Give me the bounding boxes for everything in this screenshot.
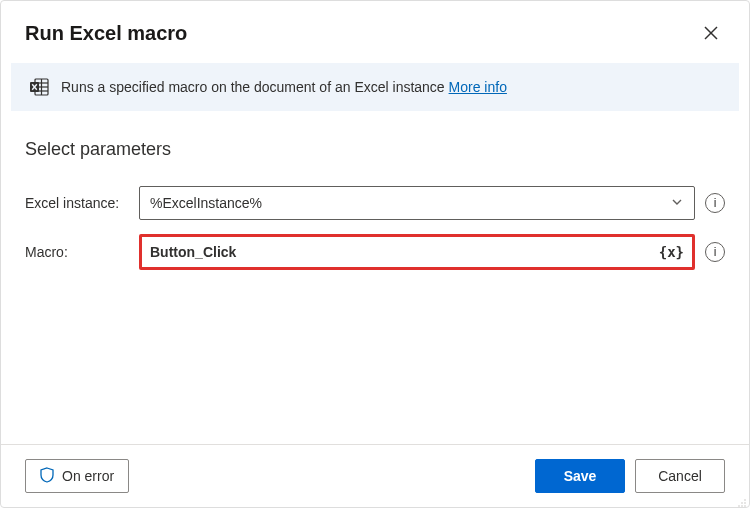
info-banner-text: Runs a specified macro on the document o… [61, 79, 507, 95]
close-icon [704, 26, 718, 40]
excel-instance-info-button[interactable]: i [705, 193, 725, 213]
macro-input[interactable]: Button_Click {x} [139, 234, 695, 270]
macro-value: Button_Click [150, 244, 236, 260]
excel-instance-select[interactable]: %ExcelInstance% [139, 186, 695, 220]
dialog-header: Run Excel macro [1, 1, 749, 59]
excel-instance-row: Excel instance: %ExcelInstance% i [25, 186, 725, 220]
info-banner: Runs a specified macro on the document o… [11, 63, 739, 111]
dialog-footer: On error Save Cancel [1, 444, 749, 507]
variable-picker-icon[interactable]: {x} [659, 244, 684, 260]
info-banner-message: Runs a specified macro on the document o… [61, 79, 445, 95]
section-title: Select parameters [1, 111, 749, 166]
svg-point-12 [741, 505, 743, 507]
macro-label: Macro: [25, 244, 129, 260]
dialog-title: Run Excel macro [25, 22, 187, 45]
dialog: Run Excel macro Runs a specified macro o… [0, 0, 750, 508]
resize-handle-icon[interactable] [737, 495, 747, 505]
svg-point-9 [741, 502, 743, 504]
cancel-button[interactable]: Cancel [635, 459, 725, 493]
on-error-button[interactable]: On error [25, 459, 129, 493]
chevron-down-icon [670, 195, 684, 212]
svg-point-13 [744, 505, 746, 507]
excel-instance-label: Excel instance: [25, 195, 129, 211]
svg-point-8 [744, 499, 746, 501]
close-button[interactable] [697, 19, 725, 47]
excel-icon [29, 77, 49, 97]
shield-icon [40, 467, 54, 486]
more-info-link[interactable]: More info [449, 79, 507, 95]
svg-point-10 [744, 502, 746, 504]
save-button[interactable]: Save [535, 459, 625, 493]
on-error-label: On error [62, 468, 114, 484]
excel-instance-value: %ExcelInstance% [150, 195, 262, 211]
info-icon: i [714, 196, 717, 210]
macro-row: Macro: Button_Click {x} i [25, 234, 725, 270]
macro-info-button[interactable]: i [705, 242, 725, 262]
footer-actions: Save Cancel [535, 459, 725, 493]
info-icon: i [714, 245, 717, 259]
svg-point-11 [738, 505, 740, 507]
form-area: Excel instance: %ExcelInstance% i Macro:… [1, 166, 749, 270]
